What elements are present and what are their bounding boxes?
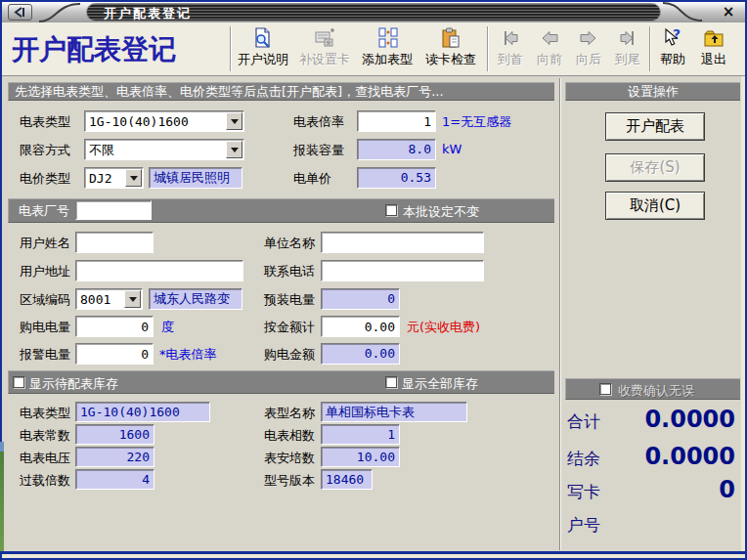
instruction-text: 先选择电表类型、电表倍率、电价类型等后点击[开户配表]，查找电表厂号...	[15, 83, 444, 101]
batch-fixed-checkbox[interactable]	[385, 204, 397, 216]
close-button[interactable]: ×	[720, 3, 737, 21]
price-type-combobox[interactable]: DJ2	[84, 167, 144, 189]
clipboard-check-icon	[439, 26, 462, 50]
org-name-input[interactable]	[321, 232, 484, 253]
unit-price-label: 电单价	[293, 170, 331, 188]
exit-folder-icon	[702, 26, 725, 50]
toolbar-button-label: 读卡检查	[425, 51, 476, 68]
toolbar-button-label: 添加表型	[362, 51, 413, 68]
window-title: 开户配表登记	[104, 5, 192, 22]
save-button[interactable]: 保存(S)	[605, 153, 705, 182]
toolbar-button-last[interactable]: 到尾	[610, 24, 645, 74]
toolbar: 开户配表登记 开户说明 补设置卡	[2, 22, 745, 76]
fee-confirm-label: 收费确认无误	[618, 382, 694, 400]
org-name-label: 单位名称	[264, 235, 315, 252]
account-number-label: 户号	[567, 514, 600, 537]
meter-constant-label: 电表常数	[20, 427, 70, 445]
info-meter-type-label: 电表类型	[20, 405, 70, 422]
preload-energy-field: 0	[321, 288, 400, 310]
voltage-label: 电表电压	[20, 450, 70, 467]
write-card-value: 0	[719, 476, 735, 503]
limit-mode-combobox[interactable]: 不限	[84, 139, 244, 160]
toolbar-button-account-help[interactable]: 开户说明	[234, 24, 292, 74]
alarm-qty-label: 报警电量	[20, 346, 70, 364]
address-input[interactable]	[75, 260, 243, 281]
toolbar-button-label: 退出	[701, 51, 726, 68]
by-amount-input[interactable]	[321, 316, 400, 337]
model-name-label: 表型名称	[264, 405, 315, 422]
price-type-desc-field: 城镇居民照明	[149, 167, 242, 189]
show-all-stock-checkbox[interactable]	[385, 376, 397, 388]
arrow-right-icon	[577, 26, 600, 50]
window-frame-right	[741, 76, 745, 551]
toolbar-button-help[interactable]: ? 帮助	[655, 24, 690, 74]
meter-type-combobox[interactable]: 1G-10(40)1600	[84, 110, 244, 132]
card-plus-icon	[313, 26, 336, 50]
chevron-down-icon[interactable]	[125, 169, 142, 187]
multiplier-hint: 1=无互感器	[442, 113, 511, 131]
toolbar-button-label: 向前	[537, 51, 562, 68]
add-model-icon	[375, 26, 399, 50]
toolbar-button-previous[interactable]: 向前	[532, 24, 567, 74]
limit-mode-value: 不限	[89, 141, 114, 159]
meter-type-label: 电表类型	[20, 113, 70, 131]
purchase-qty-input[interactable]	[75, 316, 154, 337]
ampere-field: 10.00	[321, 447, 400, 467]
multiplier-label: 电表倍率	[293, 113, 344, 131]
app-window: 开户配表登记 × 开户配表登记 开户说明 补设置卡	[0, 0, 747, 560]
toolbar-button-exit[interactable]: 退出	[694, 24, 733, 74]
actions-header-bar: 设置操作	[565, 82, 740, 101]
capacity-field: 8.0	[357, 139, 436, 160]
desktop-background-sliver	[0, 442, 4, 551]
purchase-money-field: 0.00	[321, 343, 400, 365]
svg-text:?: ?	[673, 26, 681, 42]
app-logo-icon	[9, 5, 31, 20]
help-cursor-icon: ?	[661, 26, 684, 50]
write-card-label: 写卡	[567, 481, 600, 503]
total-value: 0.0000	[644, 406, 735, 433]
region-code-label: 区域编码	[20, 291, 70, 309]
customer-name-input[interactable]	[75, 232, 154, 253]
page-title: 开户配表登记	[12, 31, 176, 68]
multiplier-input[interactable]	[357, 110, 436, 132]
show-all-stock-label: 显示全部库存	[402, 375, 478, 393]
phase-count-label: 电表相数	[264, 427, 315, 445]
show-pending-stock-label: 显示待配表库存	[29, 375, 118, 393]
balance-value: 0.0000	[644, 443, 735, 470]
alarm-qty-hint: *电表倍率	[159, 346, 217, 364]
purchase-qty-unit: 度	[161, 319, 174, 336]
show-pending-stock-checkbox[interactable]	[13, 376, 24, 388]
chevron-down-icon[interactable]	[226, 141, 242, 158]
fee-confirm-checkbox[interactable]	[599, 383, 611, 395]
toolbar-button-label: 开户说明	[238, 51, 288, 68]
toolbar-button-label: 补设置卡	[299, 51, 350, 68]
region-code-combobox[interactable]: 8001	[75, 288, 143, 310]
chevron-down-icon[interactable]	[226, 112, 242, 130]
customer-name-label: 用户姓名	[20, 235, 70, 252]
chevron-down-icon[interactable]	[124, 290, 141, 308]
factory-number-input[interactable]	[75, 200, 152, 220]
cancel-button[interactable]: 取消(C)	[605, 192, 705, 220]
phase-count-field: 1	[321, 424, 400, 445]
meter-constant-field: 1600	[75, 424, 154, 445]
app-menu-button[interactable]	[8, 4, 32, 21]
model-name-field: 单相国标电卡表	[321, 402, 467, 422]
purchase-money-label: 购电金额	[264, 346, 315, 364]
toolbar-button-next[interactable]: 向后	[571, 24, 606, 74]
toolbar-separator	[649, 26, 651, 71]
total-label: 合计	[567, 410, 600, 433]
assign-meter-button[interactable]: 开户配表	[605, 112, 705, 141]
alarm-qty-input[interactable]	[75, 343, 154, 365]
toolbar-button-read-card-check[interactable]: 读卡检查	[420, 24, 481, 74]
info-meter-type-field: 1G-10(40)1600	[75, 402, 210, 422]
toolbar-button-label: 帮助	[660, 51, 685, 68]
unit-price-field: 0.53	[357, 167, 436, 189]
toolbar-button-add-model[interactable]: 添加表型	[357, 24, 417, 74]
price-type-label: 电价类型	[20, 170, 70, 188]
toolbar-button-setup-card[interactable]: 补设置卡	[295, 24, 354, 74]
toolbar-button-first[interactable]: 到首	[493, 24, 528, 74]
phone-input[interactable]	[321, 260, 484, 281]
address-label: 用户地址	[20, 263, 70, 280]
capacity-unit: kW	[442, 142, 461, 156]
version-field: 18460	[321, 469, 373, 490]
